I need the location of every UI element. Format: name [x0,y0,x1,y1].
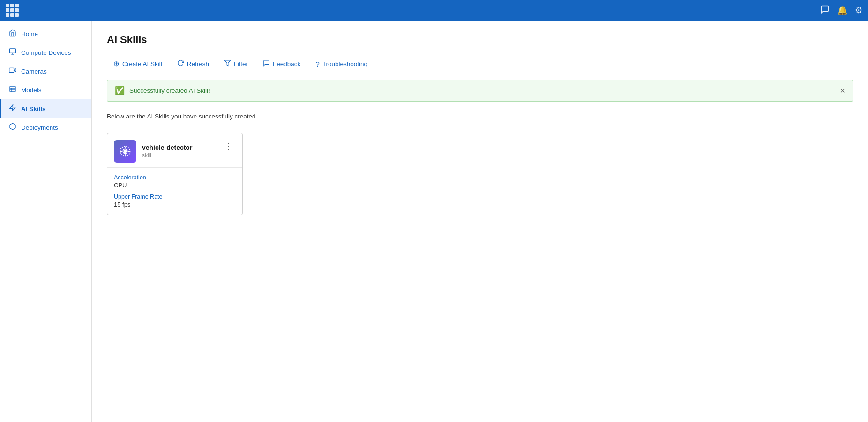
skill-icon-box [114,140,136,163]
create-ai-skill-label: Create AI Skill [122,60,162,67]
sidebar-item-ai-skills[interactable]: AI Skills [0,99,91,118]
svg-marker-9 [224,60,231,66]
banner-close-button[interactable]: × [840,87,845,95]
sidebar-item-deployments-label: Deployments [21,124,58,131]
feedback-label: Feedback [273,60,300,67]
topbar-right: 🔔 ⚙ [820,5,862,16]
feedback-tb-icon [263,59,270,68]
skill-info: vehicle-detector skill [142,144,216,159]
sidebar-item-home[interactable]: Home [0,24,91,43]
topbar: 🔔 ⚙ [0,0,868,21]
ai-skills-icon [9,104,16,113]
feedback-icon[interactable] [820,5,830,16]
troubleshooting-button[interactable]: ? Troubleshooting [309,57,374,71]
topbar-left [6,4,19,17]
svg-rect-0 [9,49,15,53]
skill-card-vehicle-detector[interactable]: vehicle-detector skill ⋮ Acceleration CP… [107,133,243,215]
skill-type: skill [142,152,216,159]
sidebar-item-models[interactable]: Models [0,81,91,99]
skill-name: vehicle-detector [142,144,216,151]
frame-rate-label: Upper Frame Rate [114,193,236,200]
refresh-icon [177,59,184,68]
compute-devices-icon [9,48,16,57]
skills-grid: vehicle-detector skill ⋮ Acceleration CP… [107,133,853,215]
filter-button[interactable]: Filter [217,56,254,71]
question-icon: ? [315,60,319,68]
sidebar-item-cameras-label: Cameras [21,68,47,75]
success-banner: ✅ Successfully created AI Skill! × [107,80,853,102]
sidebar-item-home-label: Home [21,30,38,37]
frame-rate-value: 15 fps [114,201,236,208]
sidebar: Home Compute Devices Cameras Models AI S… [0,21,92,422]
create-ai-skill-button[interactable]: ⊕ Create AI Skill [107,56,169,71]
skills-subtext: Below are the AI Skills you have success… [107,113,853,120]
svg-rect-3 [9,68,14,72]
refresh-button[interactable]: Refresh [171,56,216,71]
skill-card-body: Acceleration CPU Upper Frame Rate 15 fps [107,168,242,215]
filter-label: Filter [234,60,248,67]
sidebar-item-compute-devices[interactable]: Compute Devices [0,43,91,62]
toolbar: ⊕ Create AI Skill Refresh Filter Feedba [107,56,853,71]
cameras-icon [9,67,16,76]
page-title: AI Skills [107,34,853,46]
feedback-button[interactable]: Feedback [256,56,307,71]
skill-card-header: vehicle-detector skill ⋮ [107,133,242,168]
models-icon [9,85,16,95]
svg-point-16 [124,150,127,153]
success-banner-content: ✅ Successfully created AI Skill! [115,86,210,96]
skill-menu-button[interactable]: ⋮ [222,140,236,152]
success-message: Successfully created AI Skill! [129,87,210,94]
sidebar-item-ai-skills-label: AI Skills [21,105,46,112]
filter-icon [224,59,231,68]
sidebar-item-models-label: Models [21,87,42,94]
sidebar-item-cameras[interactable]: Cameras [0,62,91,81]
notification-icon[interactable]: 🔔 [837,5,847,15]
sidebar-item-compute-label: Compute Devices [21,49,71,56]
success-check-icon: ✅ [115,86,125,96]
acceleration-value: CPU [114,182,236,189]
settings-icon[interactable]: ⚙ [855,5,862,15]
app-body: Home Compute Devices Cameras Models AI S… [0,21,868,422]
svg-marker-8 [10,104,15,111]
home-icon [9,29,16,38]
refresh-label: Refresh [187,60,209,67]
svg-rect-4 [10,86,15,92]
sidebar-item-deployments[interactable]: Deployments [0,118,91,137]
deployments-icon [9,123,16,132]
troubleshooting-label: Troubleshooting [322,60,367,67]
acceleration-label: Acceleration [114,174,236,181]
app-grid-icon[interactable] [6,4,19,17]
plus-icon: ⊕ [113,59,120,68]
main-content: AI Skills ⊕ Create AI Skill Refresh Filt… [92,21,868,422]
